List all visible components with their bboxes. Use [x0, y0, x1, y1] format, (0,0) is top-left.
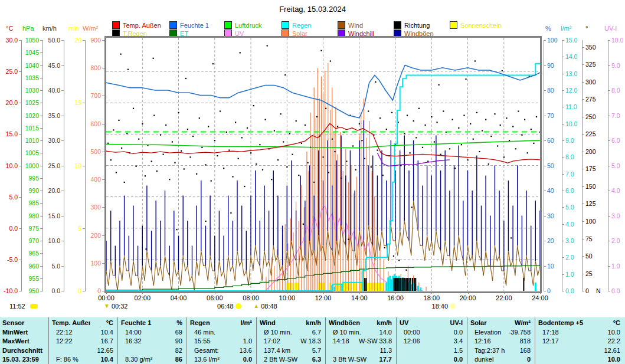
table-cell-value: 0: [496, 355, 531, 363]
weather-app-screen: Freitag, 15.03.2024 Temp. AußenFeuchte 1…: [0, 0, 625, 364]
axis-tick-label: 0: [585, 287, 589, 294]
table-col-unit: UV-I: [440, 319, 463, 327]
table-col-name: Bodentemp +5: [538, 319, 597, 327]
axis-tick-label: 0.0: [611, 287, 620, 294]
legend-item: Feuchte 1: [169, 21, 209, 29]
axis-tick: [582, 64, 584, 65]
legend-item-label: Sonnenschein: [460, 22, 502, 29]
moon-icon: [30, 304, 38, 309]
table-cell-value: 10.4: [79, 355, 113, 363]
axis-tick-label: 1030: [18, 87, 39, 94]
axis-tick-label: 150: [585, 183, 596, 190]
axis-tick: [582, 47, 584, 48]
axis-tick: [544, 191, 546, 191]
axis-header-W/m²: W/m²: [83, 25, 98, 32]
axis-tick: [19, 71, 21, 72]
legend-color-box: [169, 21, 177, 29]
axis-tick-label: 15: [60, 99, 81, 106]
axis-tick: [582, 291, 584, 291]
legend-color-box: [450, 21, 457, 29]
table-col-name: UV: [400, 319, 440, 327]
x-axis-label: 22:00: [491, 294, 517, 301]
axis-tick-label: 600: [80, 120, 101, 127]
table-cell-value: 10.4: [79, 328, 113, 336]
axis-tick-label: 6.0: [611, 137, 620, 144]
moon-time-label: 11:52: [9, 303, 38, 310]
axis-tick-label: 50: [585, 252, 593, 260]
moonrise-icon: ▲: [253, 303, 259, 309]
axis-tick: [582, 134, 584, 135]
table-row-label: MinWert: [2, 328, 47, 336]
axis-tick: [544, 291, 546, 291]
table-col-name: Solar: [470, 319, 508, 327]
x-axis-tick: [287, 291, 287, 294]
legend-item-label: Luftdruck: [235, 22, 261, 29]
axis-tick-label: 1040: [18, 62, 39, 69]
axis-tick-label: 1025: [18, 99, 39, 106]
table-cell-value: 0.0: [428, 355, 463, 363]
axis-tick-label: 400: [80, 176, 101, 183]
legend-item: Wind: [338, 21, 363, 29]
x-axis-tick: [142, 291, 143, 294]
table-separator: [396, 317, 397, 364]
axis-tick-label: 1005: [18, 149, 39, 156]
axis-header-min: min: [68, 25, 79, 32]
axis-tick-label: 175: [585, 165, 596, 172]
axis-tick-label: 9.0: [565, 137, 574, 144]
table-cell-value: 14.0: [358, 328, 392, 336]
x-axis-tick: [395, 291, 396, 294]
axis-tick-label: 0: [80, 287, 101, 294]
marker-moonset: ▼00:32: [87, 303, 144, 310]
table-cell-value: 11.3: [358, 346, 392, 355]
axis-tick: [544, 140, 546, 141]
table-col-unit: l/m²: [230, 319, 252, 327]
table-col-name: Windböen: [329, 319, 369, 327]
axis-tick: [562, 57, 564, 57]
axis-tick: [61, 116, 64, 116]
table-cell-value: 12.61: [586, 346, 620, 355]
axis-tick-label: 1.0: [611, 263, 620, 270]
legend-item-label: Feuchte 1: [180, 22, 209, 29]
axis-tick-label: 15.0: [39, 212, 60, 219]
legend-item: Sonnenschein: [450, 21, 502, 29]
table-cell-value: 0.0: [428, 328, 463, 336]
axis-tick-label: 40: [547, 187, 554, 194]
x-axis-tick: [323, 291, 324, 294]
axis-line: [562, 40, 562, 291]
axis-tick: [582, 169, 584, 169]
axis-tick: [61, 266, 64, 267]
axis-tick: [608, 166, 610, 166]
table-col-name: Wind: [260, 319, 298, 327]
table-separator: [48, 317, 49, 364]
axis-tick-label: 975: [18, 225, 39, 232]
legend-color-box: [282, 21, 289, 29]
axis-tick-label: 4.0: [611, 187, 620, 194]
table-cell-value: 1.5: [428, 346, 463, 355]
axis-tick-label: 10: [60, 162, 81, 169]
axis-tick-label: 10.0: [39, 237, 60, 244]
x-axis-tick: [251, 291, 251, 294]
axis-tick: [608, 116, 610, 116]
legend-item-label: Wind: [348, 22, 363, 29]
axis-tick-label: 20: [60, 37, 81, 44]
axis-tick-label: 500: [80, 148, 101, 155]
table-cell-value: 10.0: [586, 355, 620, 363]
axis-tick-label: 0.0: [565, 287, 574, 294]
axis-tick: [562, 74, 564, 74]
axis-tick-label: 5.0: [565, 204, 574, 211]
legend-color-box: [394, 21, 401, 29]
legend-item: Temp. Außen: [112, 21, 161, 29]
axis-tick-label: 700: [80, 92, 101, 99]
axis-tick-label: 1020: [18, 112, 39, 119]
table-separator: [325, 317, 326, 364]
axis-tick-label: 7.0: [565, 170, 574, 178]
axis-line: [85, 40, 86, 291]
axis-tick: [562, 191, 564, 191]
axis-tick: [562, 174, 564, 175]
axis-tick-label: 10.0: [0, 162, 18, 169]
table-cell-value: W 18.3: [287, 337, 321, 345]
axis-tick-label: 8.0: [611, 87, 620, 94]
table-col-unit: °C: [91, 319, 113, 327]
axis-tick-label: 3.0: [565, 237, 574, 244]
x-axis-label: 06:00: [202, 294, 228, 301]
